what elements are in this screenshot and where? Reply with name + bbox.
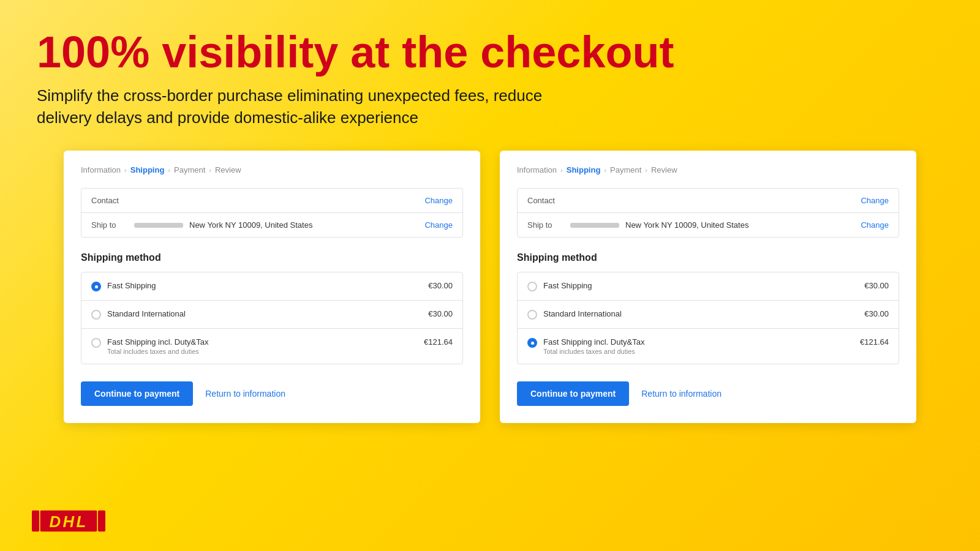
svg-text:DHL: DHL — [49, 513, 88, 530]
option-price-standard-left: €30.00 — [428, 309, 453, 318]
shipto-label-left: Ship to — [91, 220, 134, 230]
option-name-dutytax-left: Fast Shipping incl. Duty&Tax — [107, 337, 418, 347]
page-subtitle: Simplify the cross-border purchase elimi… — [37, 84, 943, 129]
placeholder-bar-right — [570, 223, 619, 228]
contact-label-right: Contact — [527, 196, 570, 205]
option-dutytax-left[interactable]: Fast Shipping incl. Duty&Tax Total inclu… — [81, 329, 462, 364]
return-link-left[interactable]: Return to information — [205, 389, 285, 399]
bc-shipping-right: Shipping — [567, 165, 601, 174]
shipto-row-right: Ship to New York NY 10009, United States… — [518, 212, 899, 237]
option-fast-left[interactable]: Fast Shipping €30.00 — [81, 272, 462, 301]
option-text-fast-left: Fast Shipping — [107, 281, 422, 290]
shipto-value-left: New York NY 10009, United States — [134, 220, 424, 230]
contact-row-left: Contact Change — [81, 189, 462, 212]
page-headline: 100% visibility at the checkout — [37, 29, 943, 76]
bc-information: Information — [81, 165, 121, 174]
breadcrumb-right: Information › Shipping › Payment › Revie… — [517, 165, 899, 174]
option-text-dutytax-left: Fast Shipping incl. Duty&Tax Total inclu… — [107, 337, 418, 355]
radio-standard-right[interactable] — [527, 310, 537, 320]
contact-label-left: Contact — [91, 196, 134, 205]
checkout-card-right: Information › Shipping › Payment › Revie… — [500, 151, 916, 423]
option-price-dutytax-right: €121.64 — [860, 337, 889, 347]
contact-row-right: Contact Change — [518, 189, 899, 212]
bc-review-right: Review — [651, 165, 677, 174]
option-name-standard-right: Standard International — [543, 309, 858, 318]
svg-rect-2 — [98, 511, 105, 531]
shipto-label-right: Ship to — [527, 220, 570, 230]
shipto-value-right: New York NY 10009, United States — [570, 220, 861, 230]
subtitle-line2: delivery delays and provide domestic-ali… — [37, 108, 418, 127]
contact-section-left: Contact Change Ship to New York NY 10009… — [81, 188, 463, 238]
option-price-dutytax-left: €121.64 — [424, 337, 453, 347]
option-text-standard-right: Standard International — [543, 309, 858, 318]
continue-button-right[interactable]: Continue to payment — [517, 381, 629, 406]
subtitle-line1: Simplify the cross-border purchase elimi… — [37, 86, 542, 105]
contact-change-left[interactable]: Change — [424, 196, 453, 205]
shipping-title-left: Shipping method — [81, 252, 463, 263]
option-standard-right[interactable]: Standard International €30.00 — [518, 301, 899, 329]
option-price-fast-left: €30.00 — [428, 281, 453, 290]
continue-button-left[interactable]: Continue to payment — [81, 381, 193, 406]
option-sub-dutytax-right: Total includes taxes and duties — [543, 348, 854, 355]
option-text-standard-left: Standard International — [107, 309, 422, 318]
checkout-card-left: Information › Shipping › Payment › Revie… — [64, 151, 480, 423]
radio-dutytax-left[interactable] — [91, 338, 101, 348]
radio-standard-left[interactable] — [91, 310, 101, 320]
option-text-dutytax-right: Fast Shipping incl. Duty&Tax Total inclu… — [543, 337, 854, 355]
option-sub-dutytax-left: Total includes taxes and duties — [107, 348, 418, 355]
option-standard-left[interactable]: Standard International €30.00 — [81, 301, 462, 329]
breadcrumb-left: Information › Shipping › Payment › Revie… — [81, 165, 463, 174]
shipping-title-right: Shipping method — [517, 252, 899, 263]
cards-row: Information › Shipping › Payment › Revie… — [37, 151, 943, 423]
radio-fast-right[interactable] — [527, 282, 537, 291]
option-name-fast-left: Fast Shipping — [107, 281, 422, 290]
bc-payment: Payment — [174, 165, 205, 174]
shipto-change-right[interactable]: Change — [861, 220, 889, 230]
bc-review: Review — [215, 165, 241, 174]
bc-payment-right: Payment — [610, 165, 641, 174]
option-price-standard-right: €30.00 — [864, 309, 889, 318]
action-row-left: Continue to payment Return to informatio… — [81, 381, 463, 406]
bc-information-right: Information — [517, 165, 557, 174]
shipto-row-left: Ship to New York NY 10009, United States… — [81, 212, 462, 237]
action-row-right: Continue to payment Return to informatio… — [517, 381, 899, 406]
contact-change-right[interactable]: Change — [861, 196, 889, 205]
radio-dutytax-right[interactable] — [527, 338, 537, 348]
dhl-logo: DHL — [32, 508, 105, 534]
shipping-options-right: Fast Shipping €30.00 Standard Internatio… — [517, 272, 899, 364]
radio-fast-left[interactable] — [91, 282, 101, 291]
option-name-dutytax-right: Fast Shipping incl. Duty&Tax — [543, 337, 854, 347]
shipto-change-left[interactable]: Change — [424, 220, 453, 230]
option-fast-right[interactable]: Fast Shipping €30.00 — [518, 272, 899, 301]
return-link-right[interactable]: Return to information — [641, 389, 722, 399]
option-price-fast-right: €30.00 — [864, 281, 889, 290]
option-text-fast-right: Fast Shipping — [543, 281, 858, 290]
dhl-logo-container: DHL — [32, 508, 105, 536]
page-container: 100% visibility at the checkout Simplify… — [0, 0, 980, 448]
option-name-fast-right: Fast Shipping — [543, 281, 858, 290]
bc-shipping: Shipping — [130, 165, 165, 174]
placeholder-bar-left — [134, 223, 183, 228]
shipping-options-left: Fast Shipping €30.00 Standard Internatio… — [81, 272, 463, 364]
contact-section-right: Contact Change Ship to New York NY 10009… — [517, 188, 899, 238]
option-name-standard-left: Standard International — [107, 309, 422, 318]
option-dutytax-right[interactable]: Fast Shipping incl. Duty&Tax Total inclu… — [518, 329, 899, 364]
svg-rect-0 — [32, 511, 39, 531]
